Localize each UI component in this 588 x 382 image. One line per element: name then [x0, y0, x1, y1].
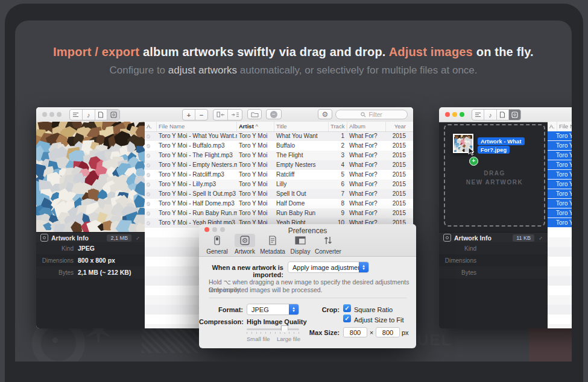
expand-icon[interactable]: ↕ [536, 233, 546, 243]
zoom-button[interactable] [460, 112, 464, 117]
column-header-title[interactable]: Title [274, 122, 329, 131]
settings-button[interactable]: ⚙ [318, 109, 332, 119]
music-note-icon: ♪ [87, 111, 90, 119]
field-label: Kind [36, 245, 74, 252]
compression-label: Compression: [199, 318, 243, 325]
column-header-file-name[interactable]: File Name [557, 122, 572, 131]
check-icon: ✓ [147, 134, 150, 139]
selected-file-row[interactable]: Toro Y Moi - Run Baby Run.mp3 [548, 208, 572, 218]
table-row[interactable]: ✓Toro Y Moi - What You Want.mp3Toro Y Mo… [145, 131, 413, 141]
remove-file-button[interactable]: − [195, 110, 207, 120]
check-icon: ✓ [147, 192, 150, 196]
remove-artwork-button[interactable]: − [266, 109, 282, 119]
column-header-year[interactable]: Year [386, 122, 413, 131]
table-row[interactable]: ✓Toro Y Moi - Half Dome.mp3Toro Y MoiHal… [145, 199, 413, 208]
table-row[interactable]: ✓Toro Y Moi - Buffalo.mp3Toro Y MoiBuffa… [145, 141, 413, 151]
plus-icon: + [187, 111, 191, 119]
tab-label: Metadata [260, 248, 285, 255]
artwork-kind-field: Kind [439, 242, 548, 254]
filter-field[interactable]: Filter [335, 110, 408, 119]
album-artwork-preview[interactable] [36, 122, 145, 232]
square-ratio-checkbox[interactable]: ✓ [343, 304, 351, 312]
selected-file-row[interactable]: Toro Y Moi - Lilly.mp3 [548, 180, 572, 189]
adjust-size-checkbox[interactable]: ✓ [343, 315, 351, 322]
expand-icon[interactable]: ↕ [133, 233, 144, 243]
tab-artwork[interactable]: Artwork [233, 234, 257, 255]
tab-metadata[interactable]: Metadata [261, 234, 285, 255]
table-cell: 6 [329, 180, 347, 189]
times-symbol: × [368, 329, 375, 336]
document-view-button[interactable] [497, 110, 509, 120]
minimize-button[interactable] [452, 112, 457, 117]
artwork-info-header[interactable]: Artwork Info 11 KB ↕ [439, 232, 548, 243]
compression-slider[interactable] [247, 325, 299, 334]
preferences-tabs: General Artwork Metadata [205, 234, 340, 255]
select-value: JPEG [247, 306, 289, 313]
table-cell: What For? [347, 199, 386, 208]
import-icon [217, 111, 225, 118]
selected-file-row[interactable]: Toro Y Moi - Empty Nesters.mp3 [548, 160, 572, 169]
list-view-button[interactable] [472, 110, 484, 120]
column-header-file-name[interactable]: File Name [157, 122, 237, 131]
drop-hint-line1: DRAG [445, 169, 544, 178]
hero-sub-2: automatically, or selectively for multip… [237, 64, 477, 76]
field-value: 2,1 MB (~ 212 KB) [78, 269, 131, 276]
open-folder-button[interactable] [247, 109, 262, 119]
slider-thumb[interactable] [281, 325, 288, 333]
import-artwork-button[interactable] [213, 110, 228, 120]
column-header-track[interactable]: Track № [329, 122, 347, 131]
format-select[interactable]: JPEG ▲▼ [247, 304, 299, 315]
field-label: Dimensions [439, 257, 476, 264]
minimize-button[interactable] [49, 112, 54, 117]
tick-mark [247, 332, 247, 334]
table-row[interactable]: ✓Toro Y Moi - Lilly.mp3Toro Y MoiLilly6W… [145, 180, 413, 189]
add-file-button[interactable]: + [183, 110, 195, 120]
import-behavior-select[interactable]: Apply image adjustments ▲▼ [288, 261, 369, 273]
table-row[interactable]: ✓Toro Y Moi - Spell It Out.mp3Toro Y Moi… [145, 189, 413, 199]
music-view-button[interactable]: ♪ [484, 110, 496, 120]
tab-display[interactable]: Display [288, 234, 312, 255]
table-cell: The Flight [274, 151, 329, 160]
table-cell: What For? [347, 151, 386, 160]
list-view-button[interactable] [70, 110, 83, 120]
tab-converter[interactable]: Converter [316, 234, 340, 255]
general-switch-icon [207, 234, 227, 247]
close-button[interactable] [42, 112, 47, 117]
table-row[interactable]: ✓Toro Y Moi - The Flight.mp3Toro Y MoiTh… [145, 151, 413, 160]
selected-file-row[interactable]: Toro Y Moi - Spell It Out.mp3 [548, 189, 572, 198]
hero-accent-1: Import / export [53, 45, 139, 58]
column-header-a[interactable]: A. [145, 122, 157, 131]
export-artwork-button[interactable] [228, 110, 242, 120]
hero-sub-1: Configure to [109, 64, 168, 76]
selected-file-row[interactable]: Toro Y Moi - Yeah Right.mp3 [548, 218, 572, 227]
artwork-view-button[interactable] [107, 110, 119, 120]
import-behavior-label: When a new artwork is imported: [199, 264, 283, 278]
table-row[interactable]: ✓Toro Y Moi - Empty Nesters.mp3Toro Y Mo… [145, 160, 413, 170]
drop-hint: DRAG NEW ARTWORK [445, 169, 544, 187]
column-header-album[interactable]: Album [347, 122, 386, 131]
selected-file-row[interactable]: Toro Y Moi - Buffalo.mp3 [548, 141, 572, 150]
close-button[interactable] [445, 112, 450, 117]
artwork-size-badge: 2,1 MB [107, 234, 131, 242]
artwork-view-button[interactable] [509, 110, 520, 120]
selected-file-row[interactable]: Toro Y Moi - The Flight.mp3 [548, 151, 572, 160]
music-view-button[interactable]: ♪ [83, 110, 95, 120]
promo-content: Import / export album artworks swiftly v… [15, 20, 572, 362]
artwork-info-header[interactable]: Artwork Info 2,1 MB ↕ [36, 232, 145, 243]
max-width-field[interactable]: 800 [343, 327, 367, 337]
selected-file-row[interactable]: Toro Y Moi - What You Want.mp3 [548, 131, 572, 140]
table-row[interactable]: ✓Toro Y Moi - Ratcliff.mp3Toro Y MoiRatc… [145, 170, 413, 180]
circle-minus-icon: − [270, 111, 277, 118]
table-cell: Toro Y Moi - Buffalo.mp3 [157, 141, 237, 151]
selected-file-row[interactable]: Toro Y Moi - Half Dome.mp3 [548, 199, 572, 208]
row-select-cell: ✓ [145, 218, 157, 228]
column-header-artist[interactable]: Artist ^ [237, 122, 274, 131]
zoom-button[interactable] [57, 112, 62, 117]
column-header-a[interactable]: A. [548, 122, 557, 131]
max-height-field[interactable]: 800 [376, 327, 400, 337]
table-cell: Half Dome [274, 199, 329, 208]
document-view-button[interactable] [95, 110, 108, 120]
tab-general[interactable]: General [205, 234, 229, 255]
table-row[interactable]: ✓Toro Y Moi - Run Baby Run.mp3Toro Y Moi… [145, 208, 413, 218]
selected-file-row[interactable]: Toro Y Moi - Ratcliff.mp3 [548, 170, 572, 179]
